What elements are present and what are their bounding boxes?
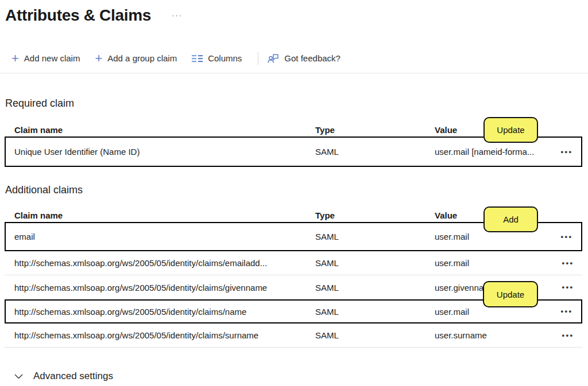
value-cell: user.mail <box>435 232 551 241</box>
annotation-sticker-add-email: Add <box>483 206 538 232</box>
table-row-emailaddress[interactable]: http://schemas.xmlsoap.org/ws/2005/05/id… <box>5 251 582 275</box>
command-bar: + Add new claim + Add a group claim Colu… <box>0 29 588 73</box>
add-group-claim-button[interactable]: + Add a group claim <box>95 53 177 64</box>
chevron-down-icon <box>14 374 23 379</box>
row-menu-ellipsis-icon[interactable]: ••• <box>560 284 574 291</box>
add-new-claim-button[interactable]: + Add new claim <box>11 53 80 64</box>
got-feedback-label: Got feedback? <box>284 53 341 63</box>
plus-icon: + <box>95 53 102 64</box>
page-overflow-menu-icon[interactable]: ··· <box>172 13 183 18</box>
column-header-claim-name: Claim name <box>14 210 315 220</box>
add-group-claim-label: Add a group claim <box>107 53 177 63</box>
got-feedback-button[interactable]: Got feedback? <box>268 53 341 64</box>
claim-name-cell: email <box>14 232 315 241</box>
type-cell: SAML <box>315 232 435 241</box>
row-menu-ellipsis-icon[interactable]: ••• <box>560 332 574 339</box>
type-cell: SAML <box>315 147 435 157</box>
column-header-type: Type <box>315 125 435 135</box>
row-menu-ellipsis-icon[interactable]: ••• <box>559 308 572 315</box>
type-cell: SAML <box>315 283 435 293</box>
column-header-type: Type <box>315 210 435 220</box>
value-cell: user.mail <box>435 258 552 268</box>
claim-name-cell: http://schemas.xmlsoap.org/ws/2005/05/id… <box>14 283 315 293</box>
feedback-icon <box>268 53 279 64</box>
columns-button[interactable]: Columns <box>192 53 242 63</box>
page-header: Attributes & Claims ··· <box>0 0 588 29</box>
required-claim-title: Required claim <box>5 98 588 109</box>
value-cell: user.mail <box>435 307 551 317</box>
toolbar-divider <box>258 52 258 65</box>
advanced-settings-label: Advanced settings <box>33 371 113 382</box>
claim-name-cell: Unique User Identifier (Name ID) <box>14 147 315 157</box>
column-header-claim-name: Claim name <box>14 125 315 135</box>
plus-icon: + <box>11 53 19 64</box>
attributes-claims-page: Attributes & Claims ··· + Add new claim … <box>0 0 588 386</box>
table-row-surname[interactable]: http://schemas.xmlsoap.org/ws/2005/05/id… <box>5 323 582 348</box>
columns-label: Columns <box>208 53 242 63</box>
add-new-claim-label: Add new claim <box>24 53 80 63</box>
claim-name-cell: http://schemas.xmlsoap.org/ws/2005/05/id… <box>14 258 315 268</box>
claim-name-cell: http://schemas.xmlsoap.org/ws/2005/05/id… <box>14 330 315 340</box>
type-cell: SAML <box>315 307 435 317</box>
type-cell: SAML <box>315 258 435 268</box>
annotation-sticker-update-required: Update <box>483 117 538 143</box>
claim-name-cell: http://schemas.xmlsoap.org/ws/2005/05/id… <box>14 307 315 317</box>
row-menu-ellipsis-icon[interactable]: ••• <box>559 233 572 240</box>
value-cell: user.mail [nameid-forma... <box>435 147 551 157</box>
type-cell: SAML <box>315 330 435 340</box>
row-menu-ellipsis-icon[interactable]: ••• <box>559 149 572 155</box>
row-menu-ellipsis-icon[interactable]: ••• <box>560 260 574 267</box>
value-cell: user.surname <box>435 330 552 340</box>
page-title: Attributes & Claims <box>5 6 151 25</box>
columns-icon <box>192 54 203 63</box>
advanced-settings-toggle[interactable]: Advanced settings <box>14 371 588 382</box>
annotation-sticker-update-name: Update <box>483 281 538 307</box>
additional-claims-title: Additional claims <box>5 184 588 196</box>
